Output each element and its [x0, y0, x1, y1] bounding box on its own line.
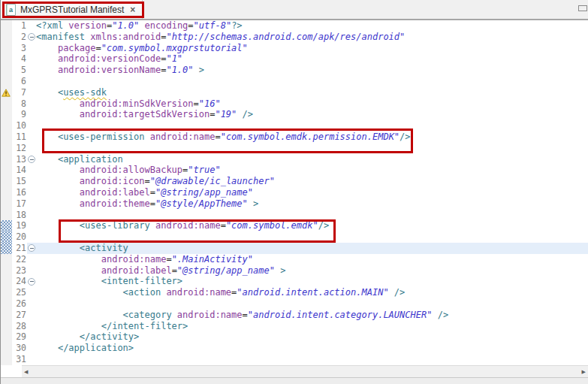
- code-text[interactable]: android:versionCode="1": [36, 53, 588, 65]
- code-text[interactable]: android:theme="@style/AppTheme" >: [36, 198, 588, 210]
- line-number[interactable]: 7: [12, 87, 27, 98]
- line-number[interactable]: 30: [12, 343, 27, 354]
- scroll-right-arrow-icon[interactable]: ▶: [582, 369, 586, 374]
- line-number[interactable]: 31: [12, 354, 27, 365]
- line-number[interactable]: 25: [12, 287, 27, 298]
- folding-ruler-cell: [27, 265, 36, 277]
- code-line-4: 4 android:versionCode="1": [1, 53, 588, 65]
- horizontal-scrollbar[interactable]: ◀ ▶: [1, 365, 588, 377]
- code-line-19: 19 <uses-library android:name="com.symbo…: [1, 220, 588, 231]
- code-text[interactable]: </activity>: [36, 331, 588, 343]
- code-text[interactable]: [36, 354, 588, 365]
- code-text[interactable]: <?xml version="1.0" encoding="utf-8"?>: [36, 20, 588, 32]
- code-text[interactable]: android:icon="@drawable/ic_launcher": [36, 176, 588, 187]
- line-number[interactable]: 15: [12, 176, 27, 187]
- change-marker[interactable]: [1, 220, 12, 231]
- line-number[interactable]: 2: [12, 32, 27, 43]
- line-number[interactable]: 16: [12, 187, 27, 198]
- collapse-minus-icon[interactable]: [28, 278, 35, 286]
- annotation-ruler-cell: [1, 76, 12, 87]
- scrollbar-gutter-spacer: [1, 365, 22, 377]
- code-text[interactable]: android:targetSdkVersion="19" />: [36, 109, 588, 120]
- code-text[interactable]: <uses-sdk: [36, 87, 588, 98]
- line-number[interactable]: 9: [12, 109, 27, 120]
- annotation-ruler-cell: [1, 254, 12, 265]
- collapse-minus-icon[interactable]: [28, 156, 35, 163]
- change-marker[interactable]: [1, 231, 12, 243]
- code-text[interactable]: [36, 76, 588, 87]
- code-text[interactable]: [36, 231, 588, 243]
- code-text[interactable]: package="com.symbol.mxgprstutorial": [36, 43, 588, 54]
- code-text[interactable]: android:minSdkVersion="16": [36, 98, 588, 110]
- tab-manifest-editor[interactable]: a MxGPRSTutorial Manifest ×: [1, 0, 143, 19]
- code-text[interactable]: <activity: [36, 243, 588, 254]
- code-text[interactable]: [36, 143, 588, 154]
- code-text[interactable]: <uses-permission android:name="com.symbo…: [36, 132, 588, 143]
- line-number[interactable]: 3: [12, 43, 27, 54]
- line-number[interactable]: 29: [12, 331, 27, 343]
- annotation-ruler-cell: [1, 210, 12, 221]
- line-number[interactable]: 26: [12, 298, 27, 310]
- folding-ruler-cell: [27, 220, 36, 231]
- line-number[interactable]: 19: [12, 220, 27, 231]
- code-line-25: 25 <action android:name="android.intent.…: [1, 287, 588, 298]
- folding-ruler-cell: [27, 120, 36, 132]
- line-number[interactable]: 23: [12, 265, 27, 277]
- line-number[interactable]: 12: [12, 143, 27, 154]
- code-text[interactable]: [36, 298, 588, 310]
- line-number[interactable]: 22: [12, 254, 27, 265]
- xml-source-editor[interactable]: 1<?xml version="1.0" encoding="utf-8"?>2…: [1, 20, 588, 365]
- window-restore-icon[interactable]: [578, 5, 587, 11]
- editor-tab-bar: a MxGPRSTutorial Manifest ×: [1, 0, 588, 20]
- code-line-23: 23 android:label="@string/app_name" >: [1, 265, 588, 277]
- line-number[interactable]: 5: [12, 65, 27, 76]
- line-number[interactable]: 27: [12, 310, 27, 321]
- line-number[interactable]: 28: [12, 321, 27, 332]
- line-number[interactable]: 11: [12, 132, 27, 143]
- status-strip: [1, 377, 588, 384]
- collapse-minus-icon[interactable]: [28, 33, 35, 41]
- line-number[interactable]: 13: [12, 154, 27, 165]
- code-text[interactable]: android:label="@string/app_name" >: [36, 265, 588, 277]
- line-number[interactable]: 4: [12, 53, 27, 65]
- scroll-left-arrow-icon[interactable]: ◀: [24, 369, 28, 374]
- folding-ruler-cell: [27, 98, 36, 110]
- line-number[interactable]: 20: [12, 231, 27, 243]
- code-line-9: 9 android:targetSdkVersion="19" />: [1, 109, 588, 120]
- line-number[interactable]: 1: [12, 20, 27, 32]
- line-number[interactable]: 24: [12, 276, 27, 287]
- scrollbar-track[interactable]: ◀ ▶: [22, 365, 588, 377]
- code-text[interactable]: <intent-filter>: [36, 276, 588, 287]
- folding-ruler-cell: [27, 154, 36, 165]
- close-icon[interactable]: ×: [128, 5, 135, 14]
- collapse-minus-icon[interactable]: [28, 244, 35, 252]
- folding-ruler-cell: [27, 276, 36, 287]
- folding-ruler-cell: [27, 254, 36, 265]
- line-number[interactable]: 14: [12, 165, 27, 176]
- folding-ruler-cell: [27, 210, 36, 221]
- line-number[interactable]: 21: [12, 243, 27, 254]
- code-text[interactable]: </application>: [36, 343, 588, 354]
- code-text[interactable]: android:versionName="1.0" >: [36, 65, 588, 76]
- line-number[interactable]: 17: [12, 198, 27, 210]
- line-number[interactable]: 8: [12, 98, 27, 110]
- code-text[interactable]: </intent-filter>: [36, 321, 588, 332]
- code-text[interactable]: <application: [36, 154, 588, 165]
- code-text[interactable]: android:allowBackup="true": [36, 165, 588, 176]
- annotation-ruler-cell: [1, 198, 12, 210]
- warning-marker-cell[interactable]: [1, 87, 12, 98]
- code-text[interactable]: [36, 120, 588, 132]
- line-number[interactable]: 6: [12, 76, 27, 87]
- line-number[interactable]: 18: [12, 210, 27, 221]
- folding-ruler-cell: [27, 198, 36, 210]
- code-text[interactable]: [36, 210, 588, 221]
- code-text[interactable]: <manifest xmlns:android="http://schemas.…: [36, 32, 588, 43]
- change-marker[interactable]: [1, 243, 12, 254]
- line-number[interactable]: 10: [12, 120, 27, 132]
- code-text[interactable]: <uses-library android:name="com.symbol.e…: [36, 220, 588, 231]
- code-text[interactable]: <category android:name="android.intent.c…: [36, 310, 588, 321]
- code-text[interactable]: <action android:name="android.intent.act…: [36, 287, 588, 298]
- code-text[interactable]: android:name=".MainActivity": [36, 254, 588, 265]
- folding-ruler-cell: [27, 87, 36, 98]
- code-text[interactable]: android:label="@string/app_name": [36, 187, 588, 198]
